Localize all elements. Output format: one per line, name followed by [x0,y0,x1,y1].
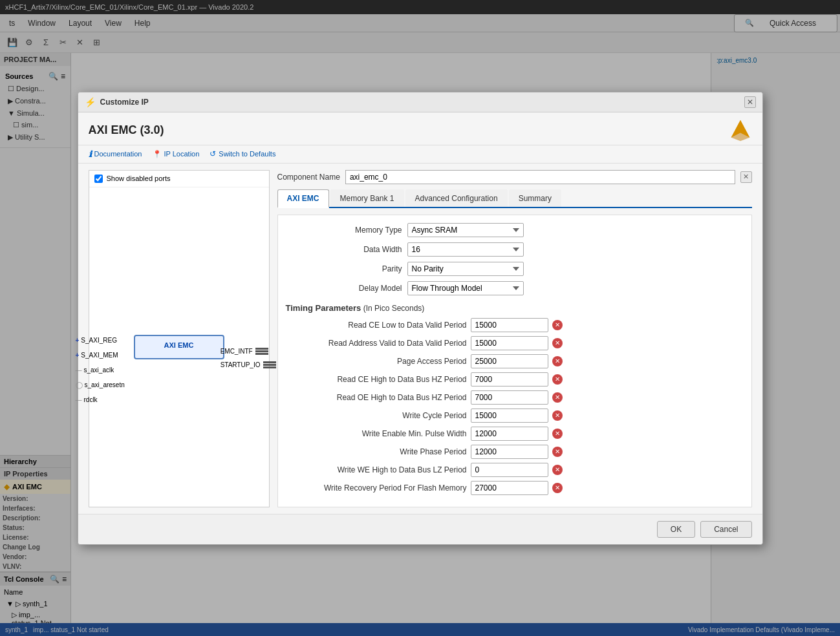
config-form: Memory Type Async SRAM Flash PSRAM Sync … [277,215,752,507]
ip-title: AXI EMC (3.0) [89,123,164,137]
timing-label-6: Write Enable Min. Pulse Width [286,429,467,438]
timing-row-7: Write Phase Period ✕ [286,445,744,459]
timing-input-0[interactable] [471,318,548,332]
right-ports: EMC_INTF STARTUP_IO [221,348,276,368]
documentation-button[interactable]: ℹ Documentation [89,149,142,159]
timing-row-1: Read Address Valid to Data Valid Period … [286,336,744,350]
timing-label-5: Write Cycle Period [286,411,467,420]
dialog-header: AXI EMC (3.0) [78,112,762,145]
modal-overlay: ⚡ Customize IP ✕ AXI EMC (3.0) ℹ Documen… [0,0,840,636]
data-width-select[interactable]: 8 16 32 64 [407,242,524,257]
component-name-row: Component Name ✕ [277,170,752,184]
timing-label-4: Read OE High to Data Bus HZ Period [286,393,467,402]
timing-input-9[interactable] [471,481,548,495]
dialog-toolbar: ℹ Documentation 📍 IP Location ↺ Switch t… [78,145,762,164]
left-ports: + S_AXI_REG + S_AXI_MEM — s_axi_aclk [76,335,125,405]
timing-row-5: Write Cycle Period ✕ [286,408,744,423]
timing-input-4[interactable] [471,390,548,405]
show-disabled-ports-checkbox[interactable] [94,175,103,183]
schematic-options: Show disabled ports [89,171,269,187]
schematic-panel: Show disabled ports + S_AXI_REG + S_ [89,170,270,507]
svg-marker-1 [731,120,749,140]
timing-input-1[interactable] [471,336,548,350]
timing-row-9: Write Recovery Period For Flash Memory ✕ [286,481,744,495]
delay-model-label: Delay Model [286,284,402,293]
timing-clear-8[interactable]: ✕ [552,465,563,475]
timing-input-7[interactable] [471,445,548,459]
timing-input-3[interactable] [471,372,548,387]
delay-model-select[interactable]: Flow Through Model Pipeline Model [407,281,524,295]
timing-row-6: Write Enable Min. Pulse Width ✕ [286,427,744,441]
data-width-row: Data Width 8 16 32 64 [286,242,744,257]
timing-clear-3[interactable]: ✕ [552,374,563,385]
dialog-title: Customize IP [100,98,149,107]
port-startup-io: STARTUP_IO [221,361,276,368]
timing-label-8: Write WE High to Data Bus LZ Period [286,465,467,474]
timing-label-7: Write Phase Period [286,447,467,456]
tab-advanced-config[interactable]: Advanced Configuration [405,189,508,207]
dialog-footer: OK Cancel [78,514,762,544]
info-icon: ℹ [89,149,92,159]
dialog-body: Show disabled ports + S_AXI_REG + S_ [78,164,762,514]
ip-location-button[interactable]: 📍 IP Location [153,150,200,158]
timing-clear-9[interactable]: ✕ [552,483,563,493]
tab-memory-bank[interactable]: Memory Bank 1 [330,189,404,207]
port-s-axi-aresetn: ◯ s_axi_aresetn [76,379,125,390]
port-emc-intf: EMC_INTF [221,348,276,355]
timing-label-9: Write Recovery Period For Flash Memory [286,483,467,493]
cancel-button[interactable]: Cancel [700,521,751,538]
timing-clear-7[interactable]: ✕ [552,447,563,457]
ip-block-box: AXI EMC [134,335,224,359]
timing-input-6[interactable] [471,427,548,441]
customize-ip-dialog: ⚡ Customize IP ✕ AXI EMC (3.0) ℹ Documen… [78,92,763,545]
timing-input-8[interactable] [471,463,548,477]
timing-row-4: Read OE High to Data Bus HZ Period ✕ [286,390,744,405]
port-s-axi-aclk: — s_axi_aclk [76,365,125,376]
refresh-icon: ↺ [210,149,216,158]
timing-input-2[interactable] [471,354,548,368]
vivado-logo [729,119,752,142]
show-disabled-ports-label[interactable]: Show disabled ports [107,175,171,182]
dialog-titlebar: ⚡ Customize IP ✕ [78,92,762,112]
timing-clear-6[interactable]: ✕ [552,429,563,439]
dialog-close-button[interactable]: ✕ [744,96,756,108]
tab-axi-emc[interactable]: AXI EMC [277,189,329,208]
parity-select[interactable]: No Parity Even Parity Odd Parity [407,262,524,276]
memory-type-row: Memory Type Async SRAM Flash PSRAM Sync … [286,223,744,237]
port-s-axi-mem: + S_AXI_MEM [76,350,125,361]
port-s-axi-reg: + S_AXI_REG [76,335,125,346]
parity-label: Parity [286,264,402,273]
parity-row: Parity No Parity Even Parity Odd Parity [286,262,744,276]
schematic-canvas: + S_AXI_REG + S_AXI_MEM — s_axi_aclk [89,187,269,507]
timing-section-title: Timing Parameters (In Pico Seconds) [286,303,744,313]
tab-summary[interactable]: Summary [509,189,561,207]
port-rdclk: — rdclk [76,394,125,405]
timing-label-3: Read CE High to Data Bus HZ Period [286,375,467,384]
timing-input-5[interactable] [471,408,548,423]
timing-clear-0[interactable]: ✕ [552,320,563,330]
switch-defaults-button[interactable]: ↺ Switch to Defaults [210,149,275,158]
memory-type-label: Memory Type [286,226,402,235]
ok-button[interactable]: OK [657,521,695,538]
location-icon: 📍 [153,150,162,158]
customize-ip-icon: ⚡ [85,97,95,107]
timing-clear-5[interactable]: ✕ [552,410,563,421]
timing-row-8: Write WE High to Data Bus LZ Period ✕ [286,463,744,477]
config-panel: Component Name ✕ AXI EMC Memory Bank 1 A… [277,170,752,507]
timing-label-2: Page Access Period [286,357,467,366]
component-name-clear-button[interactable]: ✕ [740,171,752,183]
component-name-label: Component Name [277,173,340,182]
timing-label-1: Read Address Valid to Data Valid Period [286,339,467,348]
memory-type-select[interactable]: Async SRAM Flash PSRAM Sync SRAM [407,223,524,237]
timing-clear-1[interactable]: ✕ [552,338,563,348]
timing-clear-4[interactable]: ✕ [552,392,563,403]
timing-row-3: Read CE High to Data Bus HZ Period ✕ [286,372,744,387]
delay-model-row: Delay Model Flow Through Model Pipeline … [286,281,744,295]
component-name-input[interactable] [345,170,735,184]
ip-block: + S_AXI_REG + S_AXI_MEM — s_axi_aclk [134,335,224,359]
timing-row-0: Read CE Low to Data Valid Period ✕ [286,318,744,332]
timing-label-0: Read CE Low to Data Valid Period [286,321,467,330]
data-width-label: Data Width [286,245,402,254]
timing-row-2: Page Access Period ✕ [286,354,744,368]
timing-clear-2[interactable]: ✕ [552,356,563,366]
